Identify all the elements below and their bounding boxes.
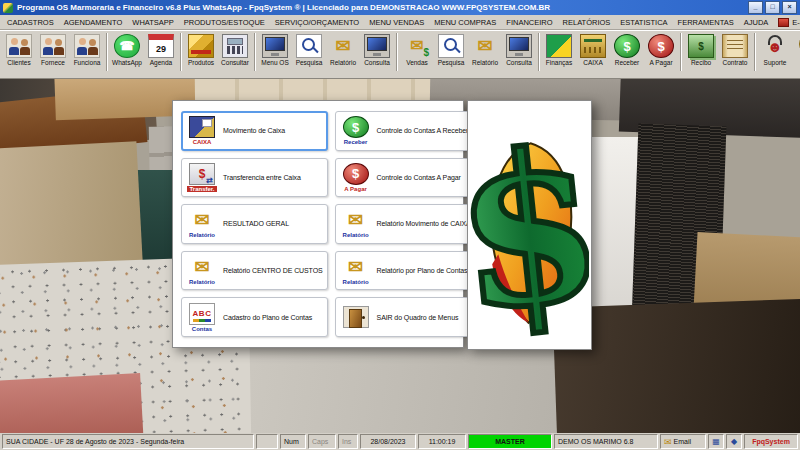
status-time: 11:00:19 — [418, 434, 466, 449]
toolbar-button-financas[interactable]: Finanças — [542, 32, 576, 68]
cash-drawer-icon — [580, 34, 606, 58]
toolbar-button-funcionarios[interactable]: Funciona — [70, 32, 104, 68]
menu-whatsapp[interactable]: WHATSAPP — [127, 15, 179, 29]
toolbar-label: A Pagar — [649, 59, 672, 66]
application-window: Programa OS Marmoraria e Financeiro v6.8… — [0, 0, 800, 450]
close-button[interactable]: × — [782, 1, 797, 14]
toolbar-button-fornecedores[interactable]: Fornece — [36, 32, 70, 68]
sales-icon — [404, 34, 430, 58]
menu-email[interactable]: E-MAIL — [773, 15, 800, 29]
monitor-icon — [506, 34, 532, 58]
toolbar-button-consulta-os[interactable]: Consulta — [360, 32, 394, 68]
toolbar-separator — [396, 33, 398, 71]
dollar-green-icon — [343, 116, 369, 138]
menu-button-movimento-de-caixa[interactable]: CAIXA Movimento de Caixa — [181, 111, 328, 151]
insert-text: Ins — [342, 438, 351, 445]
toolbar-button-agenda[interactable]: 29Agenda — [144, 32, 178, 68]
menu-button-transferencia-entre-caixa[interactable]: Transfer. Transferencia entre Caixa — [181, 158, 328, 198]
icon-caption: CAIXA — [193, 139, 212, 145]
status-diamond-icon[interactable]: ◆ — [726, 434, 742, 449]
capslock-text: Caps — [312, 438, 328, 445]
menu-servico-orcamento[interactable]: SERVIÇO/ORÇAMENTO — [270, 15, 364, 29]
statusbar: SUA CIDADE - UF 28 de Agosto de 2023 - S… — [0, 433, 800, 450]
report-icon — [189, 256, 215, 278]
menu-financeiro[interactable]: FINANCEIRO — [501, 15, 557, 29]
status-capslock: Caps — [308, 434, 336, 449]
menu-button-relatorio-movimento-caixa[interactable]: Relatório Relatório Movimento de CAIXA — [335, 204, 476, 244]
toolbar-button-menu-os[interactable]: Menu OS — [258, 32, 292, 68]
toolbar-separator — [106, 33, 108, 71]
toolbar-button-consulta-vendas[interactable]: Consulta — [502, 32, 536, 68]
menu-compras[interactable]: MENU COMPRAS — [429, 15, 501, 29]
menu-button-label: Controle do Contas A Receber — [377, 127, 469, 134]
menu-button-relatorio-plano-de-contas[interactable]: Relatório Relatório por Plano de Contas — [335, 251, 476, 291]
toolbar-label: Recibo — [691, 59, 711, 66]
toolbar-button-pesquisa-os[interactable]: Pesquisa — [292, 32, 326, 68]
menu-ferramentas[interactable]: FERRAMENTAS — [673, 15, 739, 29]
diamond-icon: ◆ — [731, 437, 737, 446]
toolbar-label: WhatsApp — [112, 59, 142, 66]
icon-caption: Receber — [344, 139, 368, 145]
menu-ajuda[interactable]: AJUDA — [739, 15, 774, 29]
date-text: 28/08/2023 — [370, 438, 405, 445]
menu-button-label: Transferencia entre Caixa — [223, 174, 301, 181]
menu-button-resultado-geral[interactable]: Relatório RESULTADO GERAL — [181, 204, 328, 244]
menu-button-label: SAIR do Quadro de Menus — [377, 314, 459, 321]
icon-caption: Transfer. — [187, 186, 216, 192]
toolbar-label: Consultar — [221, 59, 249, 66]
window-title: Programa OS Marmoraria e Financeiro v6.8… — [17, 3, 748, 12]
menu-button-label: Relatório Movimento de CAIXA — [377, 220, 471, 227]
menu-button-label: RESULTADO GERAL — [223, 220, 289, 227]
status-email[interactable]: ✉Email — [660, 434, 706, 449]
menu-relatorios[interactable]: RELATÓRIOS — [558, 15, 616, 29]
toolbar-button-whatsapp[interactable]: WhatsApp — [110, 32, 144, 68]
toolbar-button-moeda[interactable] — [792, 32, 800, 57]
status-grid-icon[interactable]: ▦ — [708, 434, 724, 449]
menu-button-contas-a-pagar[interactable]: A Pagar Controle do Contas A Pagar — [335, 158, 476, 198]
banknotes-icon — [688, 34, 714, 58]
menu-label: E-MAIL — [792, 18, 800, 27]
menu-label: MENU VENDAS — [369, 18, 424, 27]
menu-estatistica[interactable]: ESTATISTICA — [615, 15, 672, 29]
email-icon: ✉ — [664, 437, 672, 447]
menu-agendamento[interactable]: AGENDAMENTO — [59, 15, 128, 29]
menu-cadastros[interactable]: CADASTROS — [2, 15, 59, 29]
search-icon — [438, 34, 464, 58]
toolbar-button-produtos[interactable]: Produtos — [184, 32, 218, 68]
menu-button-contas-a-receber[interactable]: Receber Controle do Contas A Receber — [335, 111, 476, 151]
menu-button-sair-do-quadro-de-menus[interactable]: SAIR do Quadro de Menus — [335, 297, 476, 337]
toolbar-label: Menu OS — [261, 59, 288, 66]
toolbar-button-consultar[interactable]: Consultar — [218, 32, 252, 68]
minimize-button[interactable]: _ — [748, 1, 763, 14]
maximize-button[interactable]: □ — [765, 1, 780, 14]
menu-produtos-estoque[interactable]: PRODUTOS/ESTOQUE — [179, 15, 270, 29]
menu-button-cadastro-plano-de-contas[interactable]: Contas Cadastro do Plano de Contas — [181, 297, 328, 337]
menu-button-relatorio-centro-de-custos[interactable]: Relatório Relatório CENTRO DE CUSTOS — [181, 251, 328, 291]
brand-text: FpqSystem — [752, 438, 790, 445]
toolbar-button-a-pagar[interactable]: A Pagar — [644, 32, 678, 68]
calendar-icon: 29 — [148, 34, 174, 58]
toolbar-button-relatorio-os[interactable]: Relatório — [326, 32, 360, 68]
menu-vendas[interactable]: MENU VENDAS — [364, 15, 429, 29]
toolbar-button-clientes[interactable]: Clientes — [2, 32, 36, 68]
cash-register-icon — [189, 116, 215, 138]
toolbar-label: Vendas — [406, 59, 428, 66]
toolbar-button-contrato[interactable]: Contrato — [718, 32, 752, 68]
calculator-icon — [222, 34, 248, 58]
monitor-icon — [364, 34, 390, 58]
toolbar-button-relatorio-vendas[interactable]: Relatório — [468, 32, 502, 68]
status-numlock: Num — [280, 434, 306, 449]
toolbar-button-caixa[interactable]: CAIXA — [576, 32, 610, 68]
whatsapp-icon — [114, 34, 140, 58]
toolbar-button-pesquisa-vendas[interactable]: Pesquisa — [434, 32, 468, 68]
menu-button-label: Cadastro do Plano de Contas — [223, 314, 312, 321]
menu-label: MENU COMPRAS — [434, 18, 496, 27]
icon-caption: Relatório — [189, 279, 215, 285]
toolbar-button-receber[interactable]: Receber — [610, 32, 644, 68]
menubar: CADASTROS AGENDAMENTO WHATSAPP PRODUTOS/… — [0, 15, 800, 30]
toolbar-label: Pesquisa — [438, 59, 465, 66]
toolbar-button-suporte[interactable]: Suporte — [758, 32, 792, 68]
toolbar-button-recibo[interactable]: Recibo — [684, 32, 718, 68]
icon-caption: Contas — [192, 326, 212, 332]
toolbar-button-vendas[interactable]: Vendas — [400, 32, 434, 68]
